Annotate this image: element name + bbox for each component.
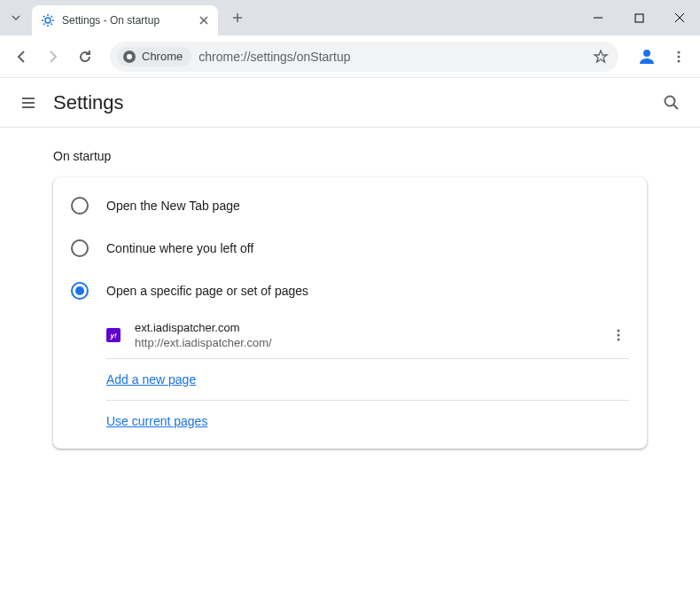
maximize-button[interactable] xyxy=(618,0,659,35)
radio-new-tab[interactable]: Open the New Tab page xyxy=(53,184,647,227)
radio-specific-pages[interactable]: Open a specific page or set of pages xyxy=(53,270,647,312)
settings-content: On startup Open the New Tab page Continu… xyxy=(0,128,700,470)
minimize-button[interactable] xyxy=(578,0,618,35)
chrome-chip-label: Chrome xyxy=(142,50,183,63)
more-actions-icon[interactable] xyxy=(608,324,629,346)
close-window-button[interactable] xyxy=(659,0,700,35)
svg-point-8 xyxy=(665,96,675,106)
radio-icon xyxy=(71,197,89,215)
radio-continue[interactable]: Continue where you left off xyxy=(53,227,647,270)
radio-label: Open the New Tab page xyxy=(106,199,240,213)
add-page-link[interactable]: Add a new page xyxy=(106,372,196,387)
svg-point-12 xyxy=(618,339,620,341)
page-title: Settings xyxy=(53,91,661,114)
chrome-chip: Chrome xyxy=(117,47,191,66)
yahoo-favicon-icon: y! xyxy=(106,328,121,342)
svg-point-10 xyxy=(618,330,620,332)
forward-button[interactable] xyxy=(39,43,67,71)
svg-point-3 xyxy=(127,54,132,59)
radio-icon xyxy=(71,239,89,257)
bookmark-star-icon[interactable] xyxy=(588,44,613,69)
svg-text:y!: y! xyxy=(109,332,116,340)
svg-rect-1 xyxy=(635,14,643,22)
svg-point-0 xyxy=(45,18,51,23)
search-icon[interactable] xyxy=(661,92,682,113)
window-controls xyxy=(578,0,700,35)
profile-button[interactable] xyxy=(633,43,661,71)
window-titlebar: Settings - On startup xyxy=(0,0,700,35)
settings-header: Settings xyxy=(0,78,700,128)
url-text: chrome://settings/onStartup xyxy=(198,50,588,64)
radio-label: Continue where you left off xyxy=(106,241,253,255)
close-tab-icon[interactable] xyxy=(197,13,211,27)
page-info: ext.iadispatcher.com http://ext.iadispat… xyxy=(135,321,608,349)
radio-label: Open a specific page or set of pages xyxy=(106,284,308,298)
hamburger-menu-icon[interactable] xyxy=(18,92,39,113)
browser-tab[interactable]: Settings - On startup xyxy=(32,5,218,35)
back-button[interactable] xyxy=(7,43,35,71)
svg-point-4 xyxy=(643,50,650,57)
browser-toolbar: Chrome chrome://settings/onStartup xyxy=(0,35,700,78)
address-bar[interactable]: Chrome chrome://settings/onStartup xyxy=(110,42,618,72)
tab-search-dropdown[interactable] xyxy=(0,0,32,35)
tab-title: Settings - On startup xyxy=(62,14,197,27)
page-title-text: ext.iadispatcher.com xyxy=(135,321,608,334)
startup-page-row: y! ext.iadispatcher.com http://ext.iadis… xyxy=(53,312,647,358)
reload-button[interactable] xyxy=(71,43,99,71)
page-url-text: http://ext.iadispatcher.com/ xyxy=(135,336,608,349)
kebab-menu-icon[interactable] xyxy=(665,43,693,71)
add-page-row: Add a new page xyxy=(53,359,647,400)
svg-point-7 xyxy=(678,59,681,62)
svg-point-5 xyxy=(678,51,681,53)
startup-card: Open the New Tab page Continue where you… xyxy=(53,177,647,449)
svg-point-11 xyxy=(618,334,620,337)
radio-icon xyxy=(71,282,89,300)
new-tab-button[interactable] xyxy=(225,5,250,30)
chrome-logo-icon xyxy=(122,50,136,64)
section-title: On startup xyxy=(53,149,647,163)
use-current-row: Use current pages xyxy=(53,401,647,442)
settings-gear-icon xyxy=(41,13,55,27)
use-current-link[interactable]: Use current pages xyxy=(106,414,207,428)
svg-point-6 xyxy=(678,55,681,58)
